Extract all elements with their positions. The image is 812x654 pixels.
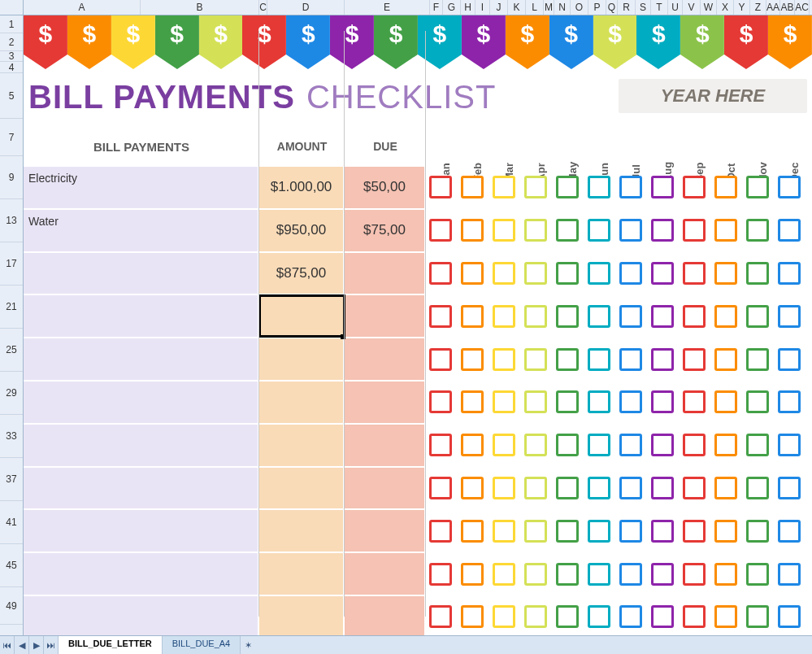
checkbox-jun[interactable] <box>588 477 610 499</box>
checkbox-jul[interactable] <box>619 477 642 499</box>
checkbox-dec[interactable] <box>778 176 801 198</box>
col-header-P[interactable]: P <box>588 0 606 15</box>
checkbox-oct[interactable] <box>714 563 737 586</box>
checkbox-sep[interactable] <box>683 348 706 371</box>
checkbox-sep[interactable] <box>683 520 706 543</box>
col-header-AA[interactable]: AA <box>766 0 780 15</box>
checkbox-may[interactable] <box>556 305 579 328</box>
checkbox-oct[interactable] <box>714 262 737 285</box>
checkbox-mar[interactable] <box>493 219 515 242</box>
checkbox-jan[interactable] <box>429 434 452 456</box>
checkbox-jul[interactable] <box>619 176 642 198</box>
new-sheet-button[interactable]: ✶ <box>241 636 255 654</box>
col-header-U[interactable]: U <box>668 0 683 15</box>
cell-due[interactable] <box>345 382 426 423</box>
row-header-29[interactable]: 29 <box>0 372 23 415</box>
cell-amount[interactable] <box>259 382 345 423</box>
checkbox-apr[interactable] <box>524 390 547 413</box>
checkbox-nov[interactable] <box>746 176 769 198</box>
checkbox-jan[interactable] <box>429 348 452 371</box>
cell-bill[interactable] <box>24 382 259 423</box>
checkbox-feb[interactable] <box>461 262 484 285</box>
checkbox-may[interactable] <box>556 390 579 413</box>
checkbox-jan[interactable] <box>429 262 452 285</box>
checkbox-sep[interactable] <box>683 262 706 285</box>
checkbox-apr[interactable] <box>524 176 547 198</box>
col-header-A[interactable]: A <box>24 0 141 15</box>
col-header-Q[interactable]: Q <box>606 0 618 15</box>
checkbox-dec[interactable] <box>778 520 801 543</box>
tab-nav-next[interactable]: ▶ <box>29 636 44 654</box>
col-header-C[interactable]: C <box>259 0 267 15</box>
col-header-Z[interactable]: Z <box>750 0 766 15</box>
cell-due[interactable] <box>345 253 426 294</box>
checkbox-dec[interactable] <box>778 605 801 628</box>
checkbox-apr[interactable] <box>524 305 547 328</box>
checkbox-jul[interactable] <box>619 434 642 456</box>
checkbox-feb[interactable] <box>461 563 484 586</box>
cell-bill[interactable] <box>24 425 259 466</box>
col-header-B[interactable]: B <box>141 0 259 15</box>
checkbox-apr[interactable] <box>524 348 547 371</box>
checkbox-nov[interactable] <box>746 390 769 413</box>
checkbox-mar[interactable] <box>493 348 515 371</box>
checkbox-sep[interactable] <box>683 390 706 413</box>
checkbox-aug[interactable] <box>651 434 674 456</box>
row-header-25[interactable]: 25 <box>0 329 23 372</box>
checkbox-mar[interactable] <box>493 605 515 628</box>
col-header-S[interactable]: S <box>636 0 651 15</box>
col-header-H[interactable]: H <box>461 0 475 15</box>
checkbox-aug[interactable] <box>651 563 674 586</box>
checkbox-nov[interactable] <box>746 348 769 371</box>
checkbox-sep[interactable] <box>683 176 706 198</box>
checkbox-oct[interactable] <box>714 477 737 499</box>
checkbox-oct[interactable] <box>714 305 737 328</box>
row-header-17[interactable]: 17 <box>0 242 23 286</box>
row-header-4[interactable]: 4 <box>0 62 23 73</box>
col-header-G[interactable]: G <box>443 0 461 15</box>
checkbox-aug[interactable] <box>651 176 674 198</box>
cell-amount[interactable] <box>259 553 345 595</box>
checkbox-feb[interactable] <box>461 390 484 413</box>
cell-due[interactable] <box>345 338 426 380</box>
checkbox-may[interactable] <box>556 563 579 586</box>
checkbox-jul[interactable] <box>619 219 642 242</box>
checkbox-jun[interactable] <box>588 348 610 371</box>
col-header-K[interactable]: K <box>508 0 526 15</box>
checkbox-oct[interactable] <box>714 434 737 456</box>
cell-bill[interactable] <box>24 338 259 380</box>
checkbox-apr[interactable] <box>524 219 547 242</box>
checkbox-mar[interactable] <box>493 434 515 456</box>
checkbox-feb[interactable] <box>461 520 484 543</box>
col-header-X[interactable]: X <box>717 0 734 15</box>
cell-amount[interactable] <box>259 338 345 380</box>
cell-due[interactable] <box>345 596 426 638</box>
checkbox-aug[interactable] <box>651 219 674 242</box>
checkbox-jun[interactable] <box>588 176 610 198</box>
cell-bill[interactable] <box>24 553 259 595</box>
checkbox-jul[interactable] <box>619 605 642 628</box>
cell-bill[interactable]: Water <box>24 210 259 251</box>
col-header-R[interactable]: R <box>618 0 636 15</box>
checkbox-dec[interactable] <box>778 219 801 242</box>
col-header-D[interactable]: D <box>267 0 345 15</box>
checkbox-feb[interactable] <box>461 305 484 328</box>
row-header-21[interactable]: 21 <box>0 286 23 329</box>
checkbox-apr[interactable] <box>524 605 547 628</box>
checkbox-jan[interactable] <box>429 219 452 242</box>
checkbox-dec[interactable] <box>778 477 801 499</box>
checkbox-aug[interactable] <box>651 305 674 328</box>
checkbox-apr[interactable] <box>524 434 547 456</box>
checkbox-may[interactable] <box>556 605 579 628</box>
checkbox-feb[interactable] <box>461 176 484 198</box>
checkbox-jul[interactable] <box>619 520 642 543</box>
cell-due[interactable] <box>345 510 426 552</box>
checkbox-jun[interactable] <box>588 520 610 543</box>
checkbox-oct[interactable] <box>714 520 737 543</box>
checkbox-dec[interactable] <box>778 262 801 285</box>
col-header-I[interactable]: I <box>475 0 490 15</box>
checkbox-nov[interactable] <box>746 305 769 328</box>
checkbox-sep[interactable] <box>683 305 706 328</box>
row-header-5[interactable]: 5 <box>0 73 23 119</box>
checkbox-feb[interactable] <box>461 348 484 371</box>
